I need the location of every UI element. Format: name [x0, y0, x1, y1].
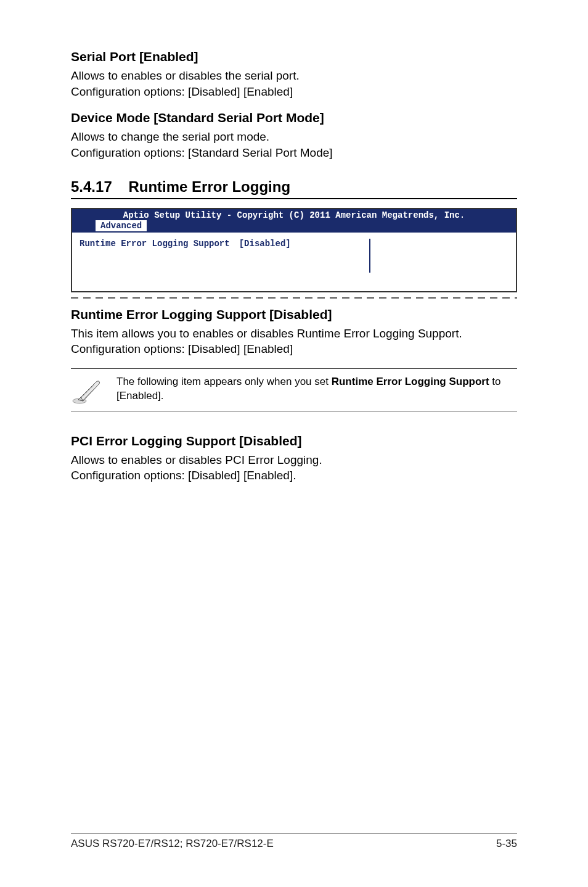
device-mode-body: Allows to change the serial port mode. C… [71, 129, 517, 160]
runtime-support-line2: Configuration options: [Disabled] [Enabl… [71, 342, 293, 355]
runtime-support-body: This item allows you to enables or disab… [71, 326, 517, 357]
section-underline [71, 198, 517, 199]
section-number: 5.4.17 [71, 178, 112, 195]
page-content: Serial Port [Enabled] Allows to enables … [0, 0, 588, 484]
bios-row-runtime: Runtime Error Logging Support [Disabled] [80, 239, 369, 249]
section-title: Runtime Error Logging [128, 178, 290, 195]
page-footer: ASUS RS720-E7/RS12; RS720-E7/RS12-E 5-35 [71, 833, 517, 850]
serial-port-line2: Configuration options: [Disabled] [Enabl… [71, 85, 293, 98]
footer-right: 5-35 [496, 838, 517, 850]
pci-error-heading: PCI Error Logging Support [Disabled] [71, 434, 517, 448]
bios-right-panel [369, 239, 516, 273]
serial-port-heading: Serial Port [Enabled] [71, 49, 517, 64]
note-bold: Runtime Error Logging Support [332, 376, 489, 387]
pci-error-line1: Allows to enables or disables PCI Error … [71, 453, 322, 466]
serial-port-body: Allows to enables or disables the serial… [71, 68, 517, 99]
dashed-divider [71, 297, 517, 299]
bios-left-panel: Runtime Error Logging Support [Disabled] [72, 239, 369, 273]
device-mode-heading: Device Mode [Standard Serial Port Mode] [71, 110, 517, 125]
pci-error-body: Allows to enables or disables PCI Error … [71, 452, 517, 484]
runtime-error-logging-section-title: 5.4.17 Runtime Error Logging [71, 178, 517, 196]
runtime-support-heading: Runtime Error Logging Support [Disabled] [71, 307, 517, 322]
device-mode-line2: Configuration options: [Standard Serial … [71, 146, 333, 159]
bios-header: Aptio Setup Utility - Copyright (C) 2011… [72, 209, 516, 233]
note-text: The following item appears only when you… [116, 375, 517, 403]
pen-icon [71, 375, 105, 405]
bios-tab-advanced: Advanced [96, 220, 147, 231]
device-mode-line1: Allows to change the serial port mode. [71, 130, 269, 143]
bios-screenshot: Aptio Setup Utility - Copyright (C) 2011… [71, 208, 517, 292]
runtime-support-line1: This item allows you to enables or disab… [71, 327, 462, 340]
bios-row-label: Runtime Error Logging Support [80, 239, 239, 249]
footer-left: ASUS RS720-E7/RS12; RS720-E7/RS12-E [71, 838, 274, 850]
note-prefix: The following item appears only when you… [116, 376, 332, 387]
pci-error-line2: Configuration options: [Disabled] [Enabl… [71, 469, 296, 482]
note-box: The following item appears only when you… [71, 368, 517, 411]
bios-tab-row: Advanced [77, 220, 511, 231]
bios-title-bar: Aptio Setup Utility - Copyright (C) 2011… [77, 210, 511, 220]
bios-body: Runtime Error Logging Support [Disabled] [72, 233, 516, 291]
bios-row-value: [Disabled] [239, 239, 370, 249]
serial-port-line1: Allows to enables or disables the serial… [71, 69, 300, 82]
